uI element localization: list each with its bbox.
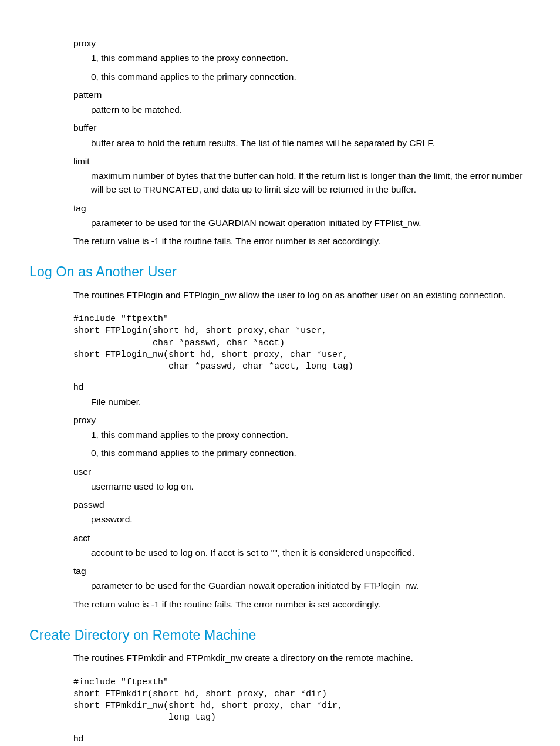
def-hd: File number. xyxy=(91,395,531,409)
def-acct: account to be used to log on. If acct is… xyxy=(91,546,531,559)
def-tag: parameter to be used for the GUARDIAN no… xyxy=(91,216,531,229)
intro-log-on: The routines FTPlogin and FTPlogin_nw al… xyxy=(73,288,531,302)
intro-create-directory: The routines FTPmkdir and FTPmkdir_nw cr… xyxy=(73,651,531,664)
return-value-note: The return value is -1 if the routine fa… xyxy=(73,598,531,611)
code-create-directory: #include "ftpexth" short FTPmkdir(short … xyxy=(73,677,531,724)
def-proxy-0: 0, this command applies to the primary c… xyxy=(91,70,531,83)
return-value-note: The return value is -1 if the routine fa… xyxy=(73,234,531,248)
def-limit: maximum number of bytes that the buffer … xyxy=(91,169,531,197)
term-hd: hd xyxy=(73,731,531,745)
term-pattern: pattern xyxy=(73,88,531,102)
term-hd: hd xyxy=(73,380,531,393)
heading-log-on: Log On as Another User xyxy=(29,262,531,282)
term-acct: acct xyxy=(73,531,531,545)
section-create-directory: The routines FTPmkdir and FTPmkdir_nw cr… xyxy=(73,651,531,746)
def-pattern: pattern to be matched. xyxy=(91,103,531,116)
term-passwd: passwd xyxy=(73,498,531,511)
def-passwd: password. xyxy=(91,512,531,526)
term-limit: limit xyxy=(73,154,531,168)
term-tag: tag xyxy=(73,564,531,578)
def-proxy-0: 0, this command applies to the primary c… xyxy=(91,446,531,460)
def-user: username used to log on. xyxy=(91,480,531,493)
def-tag: parameter to be used for the Guardian no… xyxy=(91,579,531,592)
term-user: user xyxy=(73,465,531,478)
term-proxy: proxy xyxy=(73,36,531,50)
section-log-on: The routines FTPlogin and FTPlogin_nw al… xyxy=(73,288,531,611)
def-proxy-1: 1, this command applies to the proxy con… xyxy=(91,51,531,65)
def-proxy-1: 1, this command applies to the proxy con… xyxy=(91,428,531,441)
section-list-continued: proxy 1, this command applies to the pro… xyxy=(73,36,531,248)
def-buffer: buffer area to hold the return results. … xyxy=(91,136,531,150)
code-log-on: #include "ftpexth" short FTPlogin(short … xyxy=(73,313,531,373)
term-proxy: proxy xyxy=(73,413,531,427)
term-tag: tag xyxy=(73,201,531,215)
term-buffer: buffer xyxy=(73,121,531,134)
heading-create-directory: Create Directory on Remote Machine xyxy=(29,625,531,646)
